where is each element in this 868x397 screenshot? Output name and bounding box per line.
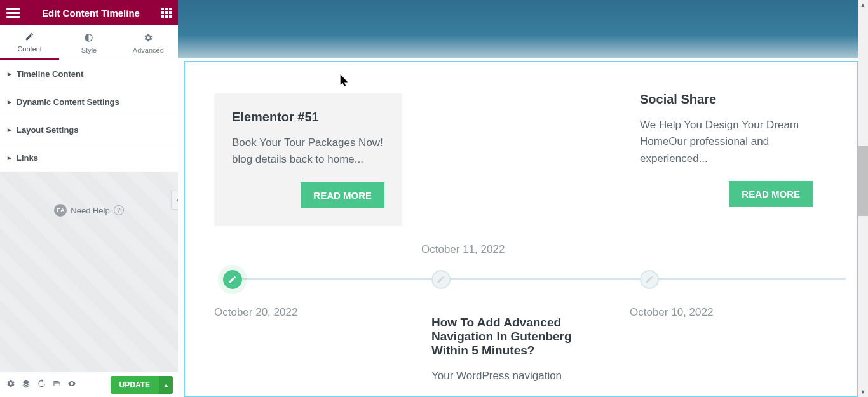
- card-text: We Help You Design Your Dream HomeOur pr…: [640, 117, 822, 167]
- caret-up-icon: ▴: [165, 381, 168, 388]
- need-help[interactable]: EA Need Help ?: [54, 204, 123, 217]
- widgets-grid-icon[interactable]: [161, 8, 172, 18]
- panel-header: Edit Content Timeline: [0, 0, 178, 25]
- section-timeline-content[interactable]: ▸ Timeline Content: [0, 60, 178, 88]
- navigator-icon[interactable]: [20, 379, 32, 390]
- section-dynamic-content-settings[interactable]: ▸ Dynamic Content Settings: [0, 88, 178, 116]
- timeline-card: How To Add Advanced Navigation In Gutenb…: [423, 307, 613, 393]
- pencil-icon: [228, 275, 237, 284]
- menu-icon[interactable]: [6, 8, 20, 18]
- section-dynamic-content-label: Dynamic Content Settings: [17, 97, 119, 107]
- card-text: Your WordPress navigation: [431, 368, 604, 384]
- update-more-button[interactable]: ▴: [159, 376, 173, 394]
- help-icon[interactable]: ?: [114, 205, 124, 215]
- editor-panel: Edit Content Timeline Content Style: [0, 0, 178, 397]
- timeline: Elementor #51 Book Your Tour Packages No…: [196, 74, 846, 384]
- timeline-date: October 20, 2022: [214, 306, 297, 319]
- ea-badge-icon: EA: [54, 204, 67, 217]
- section-layout-settings-label: Layout Settings: [17, 125, 79, 135]
- panel-sections: ▸ Timeline Content ▸ Dynamic Content Set…: [0, 60, 178, 172]
- caret-right-icon: ▸: [8, 98, 11, 106]
- tab-style[interactable]: Style: [59, 25, 118, 60]
- card-title: Social Share: [640, 92, 822, 107]
- scroll-down-icon[interactable]: ▼: [858, 387, 868, 397]
- panel-footer: UPDATE ▴: [0, 372, 178, 397]
- card-title: How To Add Advanced Navigation In Gutenb…: [431, 316, 604, 358]
- timeline-node[interactable]: [431, 270, 451, 289]
- page-hero: [178, 0, 868, 58]
- tab-content[interactable]: Content: [0, 25, 59, 60]
- tab-content-label: Content: [17, 45, 42, 53]
- panel-title: Edit Content Timeline: [20, 8, 161, 18]
- contrast-icon: [84, 33, 93, 44]
- need-help-label: Need Help: [71, 206, 109, 215]
- tab-style-label: Style: [81, 46, 97, 54]
- responsive-icon[interactable]: [51, 379, 62, 390]
- update-group: UPDATE ▴: [111, 376, 173, 394]
- read-more-button[interactable]: READ MORE: [729, 181, 813, 207]
- editor-canvas[interactable]: Elementor #51 Book Your Tour Packages No…: [178, 0, 868, 397]
- pencil-icon: [437, 275, 445, 284]
- update-button[interactable]: UPDATE: [111, 376, 159, 394]
- timeline-card: Social Share We Help You Design Your Dre…: [631, 74, 822, 216]
- timeline-node[interactable]: [640, 270, 659, 289]
- section-layout-settings[interactable]: ▸ Layout Settings: [0, 116, 178, 144]
- caret-right-icon: ▸: [8, 126, 11, 134]
- caret-right-icon: ▸: [8, 154, 11, 162]
- browser-scrollbar[interactable]: ▲ ▼: [858, 0, 868, 397]
- content-timeline-widget[interactable]: Elementor #51 Book Your Tour Packages No…: [184, 61, 858, 397]
- tab-advanced[interactable]: Advanced: [119, 25, 178, 60]
- settings-icon[interactable]: [5, 379, 17, 390]
- panel-body: EA Need Help ?: [0, 172, 178, 372]
- scroll-up-icon[interactable]: ▲: [858, 0, 868, 10]
- read-more-button[interactable]: READ MORE: [301, 182, 384, 208]
- gear-icon: [144, 33, 153, 44]
- tab-advanced-label: Advanced: [133, 46, 164, 54]
- section-links-label: Links: [17, 153, 38, 163]
- timeline-line: [227, 278, 846, 280]
- timeline-card: Elementor #51 Book Your Tour Packages No…: [214, 93, 402, 226]
- pencil-icon: [645, 275, 654, 284]
- editor-tabs: Content Style Advanced: [0, 25, 178, 60]
- timeline-node[interactable]: [223, 270, 242, 289]
- section-timeline-content-label: Timeline Content: [17, 69, 83, 79]
- caret-right-icon: ▸: [8, 70, 11, 78]
- history-icon[interactable]: [36, 379, 47, 390]
- card-title: Elementor #51: [232, 110, 384, 124]
- pencil-icon: [25, 32, 34, 43]
- section-links[interactable]: ▸ Links: [0, 144, 178, 172]
- timeline-date: October 10, 2022: [630, 306, 713, 319]
- preview-icon[interactable]: [66, 379, 78, 390]
- scrollbar-thumb[interactable]: [858, 146, 868, 216]
- timeline-date: October 11, 2022: [421, 243, 505, 256]
- card-text: Book Your Tour Packages Now! blog detail…: [232, 135, 384, 168]
